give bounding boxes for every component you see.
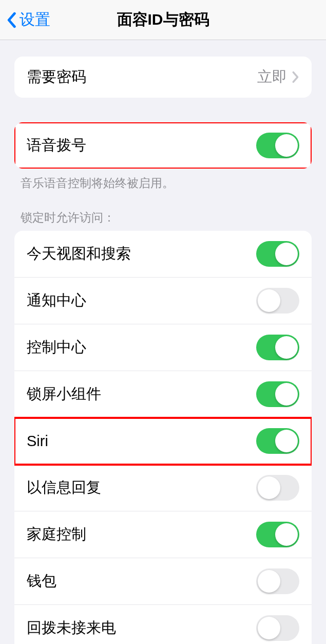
back-label: 设置 xyxy=(20,9,50,30)
lock-access-toggle[interactable] xyxy=(256,522,299,547)
lock-access-row: Siri xyxy=(14,418,312,465)
lock-access-toggle[interactable] xyxy=(256,475,299,501)
lock-access-row: 今天视图和搜索 xyxy=(14,231,312,278)
lock-access-label: 回拨未接来电 xyxy=(27,618,116,638)
lock-access-row: 通知中心 xyxy=(14,278,312,324)
voice-dial-group: 语音拨号 xyxy=(14,122,312,169)
require-passcode-label: 需要密码 xyxy=(27,67,86,87)
require-passcode-row[interactable]: 需要密码 立即 xyxy=(14,57,312,98)
lock-access-label: 控制中心 xyxy=(27,337,86,358)
lock-access-row: 回拨未接来电 xyxy=(14,605,312,644)
chevron-right-icon xyxy=(292,71,299,83)
require-passcode-value: 立即 xyxy=(257,67,287,87)
lock-access-toggle[interactable] xyxy=(256,335,299,360)
lock-access-header: 锁定时允许访问： xyxy=(21,210,305,226)
lock-access-group: 今天视图和搜索通知中心控制中心锁屏小组件Siri以信息回复家庭控制钱包回拨未接来… xyxy=(14,231,312,644)
lock-access-toggle[interactable] xyxy=(256,428,299,454)
lock-access-label: 锁屏小组件 xyxy=(27,384,101,404)
lock-access-label: 家庭控制 xyxy=(27,524,86,545)
voice-dial-toggle[interactable] xyxy=(256,133,299,158)
nav-bar: 设置 面容ID与密码 xyxy=(0,0,326,40)
lock-access-label: 以信息回复 xyxy=(27,477,101,498)
lock-access-toggle[interactable] xyxy=(256,615,299,641)
voice-dial-row: 语音拨号 xyxy=(14,122,312,169)
lock-access-label: Siri xyxy=(27,433,48,450)
lock-access-row: 锁屏小组件 xyxy=(14,371,312,418)
lock-access-toggle[interactable] xyxy=(256,241,299,267)
lock-access-row: 以信息回复 xyxy=(14,465,312,511)
lock-access-toggle[interactable] xyxy=(256,381,299,407)
lock-access-label: 今天视图和搜索 xyxy=(27,244,131,264)
lock-access-toggle[interactable] xyxy=(256,568,299,594)
lock-access-label: 钱包 xyxy=(27,571,56,592)
page-title: 面容ID与密码 xyxy=(117,9,209,30)
lock-access-label: 通知中心 xyxy=(27,290,86,311)
voice-dial-label: 语音拨号 xyxy=(27,135,86,156)
voice-dial-footer: 音乐语音控制将始终被启用。 xyxy=(21,175,305,191)
lock-access-row: 控制中心 xyxy=(14,324,312,371)
lock-access-toggle[interactable] xyxy=(256,288,299,314)
lock-access-row: 钱包 xyxy=(14,558,312,605)
back-button[interactable]: 设置 xyxy=(0,9,50,30)
chevron-left-icon xyxy=(6,12,16,28)
lock-access-row: 家庭控制 xyxy=(14,511,312,558)
